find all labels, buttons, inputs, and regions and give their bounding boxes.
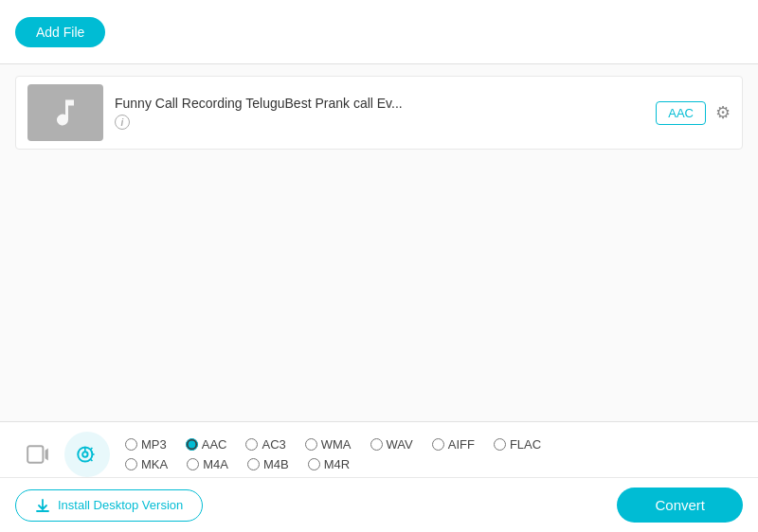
settings-button[interactable]: ⚙ — [715, 102, 731, 123]
radio-wav[interactable] — [370, 438, 383, 451]
file-thumbnail — [27, 84, 103, 141]
radio-flac[interactable] — [494, 438, 506, 451]
audio-icon — [75, 442, 99, 467]
gear-icon: ⚙ — [715, 102, 731, 123]
format-option-aac[interactable]: AAC — [186, 437, 227, 452]
format-options: MP3 AAC AC3 WMA WAV AIFF F — [125, 437, 541, 471]
format-option-ac3[interactable]: AC3 — [245, 437, 285, 452]
radio-m4b[interactable] — [247, 458, 260, 470]
format-type-icons — [15, 432, 110, 477]
file-name: Funny Call Recording TeluguBest Prank ca… — [115, 96, 644, 111]
download-icon — [35, 498, 50, 513]
format-option-aiff[interactable]: AIFF — [432, 437, 475, 452]
format-row-1: MP3 AAC AC3 WMA WAV AIFF F — [125, 437, 541, 452]
audio-type-icon[interactable] — [64, 432, 110, 477]
format-option-wma[interactable]: WMA — [305, 437, 352, 452]
info-icon[interactable]: i — [115, 115, 130, 130]
main-content: Funny Call Recording TeluguBest Prank ca… — [0, 64, 758, 421]
radio-mp3[interactable] — [125, 438, 137, 451]
format-option-mp3[interactable]: MP3 — [125, 437, 167, 452]
format-section: MP3 AAC AC3 WMA WAV AIFF F — [15, 432, 743, 477]
svg-marker-1 — [45, 449, 48, 461]
svg-rect-0 — [27, 446, 43, 462]
file-info: Funny Call Recording TeluguBest Prank ca… — [115, 96, 644, 130]
radio-m4r[interactable] — [308, 458, 320, 470]
convert-button[interactable]: Convert — [617, 488, 743, 523]
radio-aiff[interactable] — [432, 438, 444, 451]
format-option-mka[interactable]: MKA — [125, 457, 168, 471]
video-type-icon[interactable] — [15, 432, 61, 477]
radio-ac3[interactable] — [245, 438, 258, 451]
format-option-wav[interactable]: WAV — [370, 437, 413, 452]
radio-aac[interactable] — [186, 438, 198, 451]
svg-point-3 — [82, 452, 87, 456]
format-badge-button[interactable]: AAC — [656, 101, 706, 125]
file-actions: AAC ⚙ — [656, 101, 731, 125]
format-row-2: MKA M4A M4B M4R — [125, 457, 541, 471]
radio-wma[interactable] — [305, 438, 317, 451]
format-option-m4b[interactable]: M4B — [247, 457, 289, 471]
radio-mka[interactable] — [125, 458, 137, 470]
add-file-button[interactable]: Add File — [15, 17, 105, 47]
footer-bar: Install Desktop Version Convert — [0, 477, 758, 532]
top-bar: Add File — [0, 0, 758, 64]
format-option-flac[interactable]: FLAC — [494, 437, 541, 452]
install-desktop-button[interactable]: Install Desktop Version — [15, 489, 203, 522]
music-icon — [48, 96, 82, 130]
format-option-m4r[interactable]: M4R — [308, 457, 350, 471]
file-item: Funny Call Recording TeluguBest Prank ca… — [15, 76, 743, 150]
radio-m4a[interactable] — [187, 458, 199, 470]
video-icon — [26, 442, 50, 467]
format-option-m4a[interactable]: M4A — [187, 457, 228, 471]
bottom-panel: MP3 AAC AC3 WMA WAV AIFF F — [0, 421, 758, 477]
